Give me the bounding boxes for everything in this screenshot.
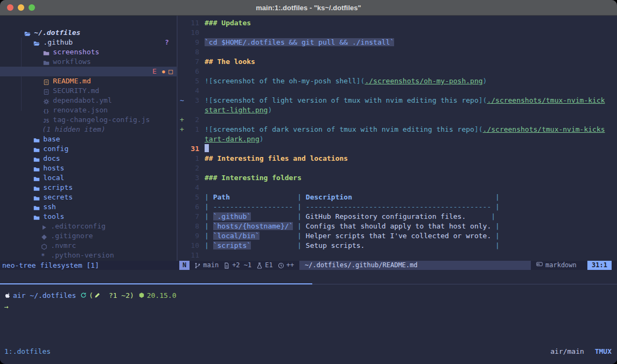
editor-buffer[interactable]: 11### Updates109`cd $HOME/.dotfiles && g…: [178, 16, 617, 261]
line-number: 2: [184, 115, 199, 125]
tree-item[interactable]: docs: [0, 144, 177, 154]
tree-item[interactable]: workflows: [0, 47, 177, 57]
tree-item[interactable]: .nvmrc: [0, 231, 177, 241]
status-badge: □: [169, 67, 173, 76]
editor-line[interactable]: 7| `.github` | GitHub Repository configu…: [178, 212, 617, 222]
line-number: 9: [184, 231, 199, 241]
pane-divider[interactable]: [312, 284, 617, 284]
titlebar: main:1:.dotfiles - "ks~/.dotfiles": [0, 0, 617, 16]
line-number: 5: [184, 76, 199, 86]
editor-line[interactable]: start-light.png): [178, 105, 617, 115]
line-number: 1: [184, 154, 199, 163]
tree-item[interactable]: (1 hidden item): [0, 115, 177, 125]
window-title: main:1:.dotfiles - "ks~/.dotfiles": [256, 4, 361, 12]
line-number: 3: [184, 96, 199, 105]
editor-line[interactable]: 4: [178, 86, 617, 96]
line-number: 10: [184, 28, 199, 38]
tree-item[interactable]: .github: [0, 28, 177, 38]
git-branch-segment: main: [194, 261, 219, 270]
sync-icon: [80, 291, 87, 302]
neo-tree-sidebar[interactable]: ~/.dotfiles .github screenshots ? workfl…: [0, 16, 177, 261]
tree-item[interactable]: *.python-version: [0, 241, 177, 251]
line-number: 5: [184, 192, 199, 202]
doc-icon: [223, 262, 230, 269]
tree-item[interactable]: ssh: [0, 192, 177, 202]
editor-line[interactable]: 10| `scripts` | Setup scripts. |: [178, 241, 617, 251]
tree-item[interactable]: add-submodules.sh: [0, 251, 177, 260]
editor-line[interactable]: 2: [178, 163, 617, 173]
editor-line[interactable]: 6: [178, 67, 617, 76]
tmux-client-area: ~/.dotfiles .github screenshots ? workfl…: [0, 16, 617, 364]
tmux-window-name[interactable]: 1:.dotfiles: [4, 346, 51, 357]
editor-line[interactable]: 1## Interesting files and locations: [178, 154, 617, 163]
mode-indicator: N: [179, 261, 190, 270]
tree-item[interactable]: local: [0, 163, 177, 173]
editor-line[interactable]: 11: [178, 251, 617, 260]
tmux-session-name: air/main: [550, 347, 584, 355]
editor-line[interactable]: 8| `hosts/{hostname}/` | Configs that sh…: [178, 222, 617, 231]
tree-item[interactable]: .editorconfig: [0, 212, 177, 222]
status-badge: ?: [165, 38, 169, 47]
tree-item[interactable]: secrets: [0, 183, 177, 192]
editor-line[interactable]: tart-dark.png): [178, 134, 617, 144]
tree-item[interactable]: dependabot.yml: [0, 86, 177, 96]
editor-line[interactable]: 3### Interesting folders: [178, 173, 617, 183]
prompt-path: air ~/.dotfiles: [13, 291, 76, 299]
prompt-arrow-line: →: [4, 302, 617, 312]
git-status-counts: ?1 ~2): [104, 291, 134, 299]
text-cursor: [205, 144, 209, 152]
tree-item[interactable]: config: [0, 134, 177, 144]
tree-item[interactable]: README.md E●□: [0, 67, 177, 76]
tree-item[interactable]: base: [0, 125, 177, 134]
shell-pane[interactable]: air ~/.dotfiles ( ?1 ~2) 20.15.0 →: [0, 288, 617, 312]
tmux-badge: TMUX: [595, 347, 612, 355]
tree-item[interactable]: .gitignore: [0, 222, 177, 231]
node-icon: [138, 291, 145, 302]
editor-line[interactable]: +2: [178, 115, 617, 125]
zoom-button[interactable]: [29, 4, 35, 11]
editor-line[interactable]: 31: [178, 144, 617, 154]
branch-icon: [194, 262, 201, 269]
filetype-label: markdown: [545, 261, 577, 270]
tree-item[interactable]: screenshots ?: [0, 38, 177, 47]
tree-item[interactable]: scripts: [0, 173, 177, 183]
tree-item[interactable]: JStag-changelog-config.js: [0, 105, 177, 115]
editor-line[interactable]: 4: [178, 183, 617, 192]
tree-item[interactable]: {}renovate.json: [0, 96, 177, 105]
editor-line[interactable]: 7## The looks: [178, 57, 617, 67]
editor-line[interactable]: 6| ------------------- | ---------------…: [178, 202, 617, 212]
editor-line[interactable]: ~3![screenshot of light version of tmux …: [178, 96, 617, 105]
line-number: 4: [184, 86, 199, 96]
line-number: 31: [184, 144, 199, 154]
editor-line[interactable]: 9`cd $HOME/.dotfiles && git pull && ./in…: [178, 38, 617, 47]
tree-item[interactable]: hosts: [0, 154, 177, 163]
line-number: 10: [184, 241, 199, 251]
file-path: ~/.dotfiles/.github/README.md: [299, 261, 531, 270]
line-number: 3: [184, 173, 199, 183]
close-button[interactable]: [7, 4, 13, 11]
tree-item[interactable]: SECURITY.md: [0, 76, 177, 86]
lualine: N main +2 ~1 E1 ++: [179, 261, 294, 270]
diff-counts: +2 ~1: [232, 261, 251, 270]
minimize-button[interactable]: [18, 4, 24, 11]
status-badge: E: [152, 67, 157, 76]
editor-line[interactable]: 8: [178, 47, 617, 57]
line-number: 9: [184, 38, 199, 47]
tree-item[interactable]: CODE_OF_CONDUCT.md: [0, 57, 177, 67]
line-number: 4: [184, 183, 199, 192]
lsp-status: ++: [286, 261, 294, 270]
line-number: 2: [184, 163, 199, 173]
editor-line[interactable]: 5| Path | Description |: [178, 192, 617, 202]
line-number: 6: [184, 202, 199, 212]
editor-line[interactable]: 9| `local/bin` | Helper scripts that I'v…: [178, 231, 617, 241]
editor-line[interactable]: 5![screenshot of the oh-my-posh shell](.…: [178, 76, 617, 86]
tree-item[interactable]: tools: [0, 202, 177, 212]
editor-line[interactable]: 10: [178, 28, 617, 38]
pane-divider-active[interactable]: [0, 283, 312, 284]
editor-line[interactable]: 11### Updates: [178, 18, 617, 28]
prompt-arrow: →: [4, 303, 9, 311]
tree-item[interactable]: ~/.dotfiles: [0, 18, 177, 28]
line-number: 6: [184, 67, 199, 76]
editor-line[interactable]: +1![screenshot of dark version of tmux w…: [178, 125, 617, 134]
traffic-lights: [7, 4, 35, 11]
